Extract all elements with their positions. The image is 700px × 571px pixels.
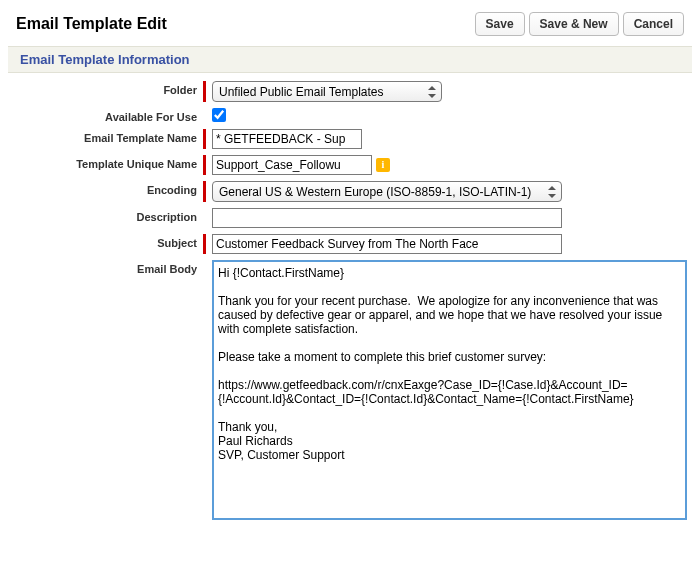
spacer <box>203 260 206 520</box>
unique-label: Template Unique Name <box>8 155 203 170</box>
button-row: Save Save & New Cancel <box>475 12 684 36</box>
subject-label: Subject <box>8 234 203 249</box>
form-body: Folder Unfiled Public Email Templates Av… <box>8 73 692 534</box>
subject-input[interactable] <box>212 234 562 254</box>
available-checkbox[interactable] <box>212 108 226 122</box>
body-label: Email Body <box>8 260 203 275</box>
required-bar <box>203 129 206 149</box>
name-label: Email Template Name <box>8 129 203 144</box>
cancel-button[interactable]: Cancel <box>623 12 684 36</box>
folder-label: Folder <box>8 81 203 96</box>
description-input[interactable] <box>212 208 562 228</box>
email-body-textarea[interactable] <box>212 260 687 520</box>
unique-name-input[interactable] <box>212 155 372 175</box>
required-bar <box>203 234 206 254</box>
save-new-button[interactable]: Save & New <box>529 12 619 36</box>
required-bar <box>203 155 206 175</box>
spacer <box>203 108 206 123</box>
name-input[interactable] <box>212 129 362 149</box>
description-label: Description <box>8 208 203 223</box>
section-title: Email Template Information <box>8 46 692 73</box>
save-button[interactable]: Save <box>475 12 525 36</box>
required-bar <box>203 181 206 202</box>
folder-select[interactable]: Unfiled Public Email Templates <box>212 81 442 102</box>
encoding-select[interactable]: General US & Western Europe (ISO-8859-1,… <box>212 181 562 202</box>
help-icon[interactable]: i <box>376 158 390 172</box>
spacer <box>203 208 206 228</box>
available-label: Available For Use <box>8 108 203 123</box>
page-title: Email Template Edit <box>16 15 167 33</box>
encoding-label: Encoding <box>8 181 203 196</box>
required-bar <box>203 81 206 102</box>
